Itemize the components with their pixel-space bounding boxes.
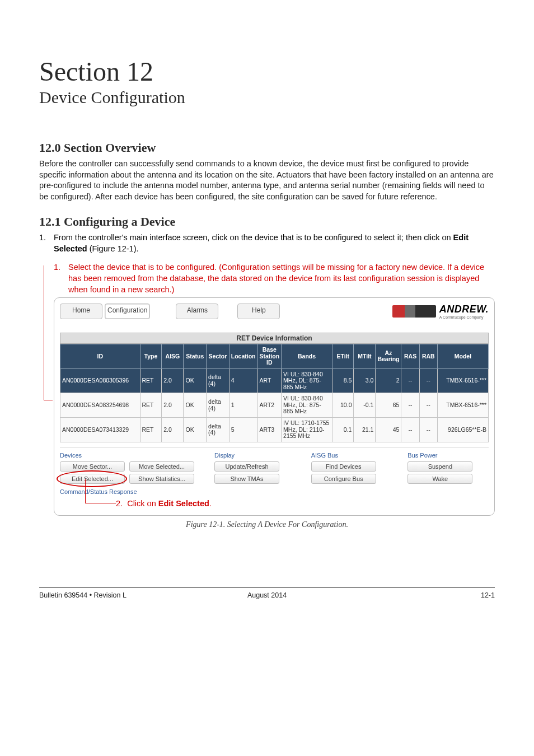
col-az-bearing[interactable]: Az Bearing (376, 344, 401, 369)
cell-sector: delta (4) (207, 393, 229, 418)
display-title: Display (214, 452, 296, 459)
cell-aisg: 2.0 (162, 417, 184, 442)
devices-title: Devices (60, 452, 199, 459)
cell-bearing: 2 (376, 368, 401, 393)
show-statistics-button[interactable]: Show Statistics... (129, 474, 194, 484)
display-panel: Display Update/Refresh Show TMAs (214, 452, 296, 485)
col-base-station-id[interactable]: Base Station ID (257, 344, 282, 369)
overview-text: Before the controller can successfully s… (39, 158, 495, 202)
annotation-2-text-bold: Edit Selected (158, 499, 209, 508)
cell-rab: -- (419, 417, 437, 442)
tab-bar: Home Configuration Alarms Help ANDREW. A… (60, 304, 489, 319)
cell-mtilt: 21.1 (354, 417, 376, 442)
annotation-2-number: 2. (116, 499, 123, 508)
step-1-text: From the controller's main interface scr… (54, 232, 495, 254)
bus-power-title: Bus Power (407, 452, 489, 459)
find-devices-button[interactable]: Find Devices (311, 461, 376, 472)
brand-logo-icon (392, 305, 436, 318)
cell-ras: -- (401, 417, 419, 442)
footer-left: Bulletin 639544 • Revision L (39, 591, 191, 599)
annotation-1-connector (44, 265, 53, 400)
tab-configuration[interactable]: Configuration (105, 304, 150, 319)
cell-bearing: 45 (376, 417, 401, 442)
cell-type: RET (140, 393, 162, 418)
figure-caption: Figure 12-1. Selecting A Device For Conf… (39, 520, 495, 529)
cell-model: 926LG65**E-B (437, 417, 488, 442)
app-screenshot: Home Configuration Alarms Help ANDREW. A… (54, 297, 495, 516)
step-1-text-a: From the controller's main interface scr… (54, 233, 453, 242)
cell-etilt: 10.0 (332, 393, 354, 418)
cell-base: ART (257, 368, 282, 393)
cell-sector: delta (4) (207, 417, 229, 442)
section-title: Device Configuration (39, 88, 495, 107)
cell-rab: -- (419, 393, 437, 418)
cell-sector: delta (4) (207, 368, 229, 393)
col-mtilt[interactable]: MTilt (354, 344, 376, 369)
ret-panel-title: RET Device Information (60, 333, 489, 344)
footer-right: 12-1 (343, 591, 495, 599)
col-bands[interactable]: Bands (282, 344, 332, 369)
wake-button[interactable]: Wake (407, 474, 472, 484)
step-1-number: 1. (39, 232, 54, 254)
section-number: Section 12 (39, 56, 495, 87)
annotation-2: 2. Click on Edit Selected. (116, 499, 212, 508)
col-ras[interactable]: RAS (401, 344, 419, 369)
table-row[interactable]: AN0000DESA073413329 RET 2.0 OK delta (4)… (60, 417, 489, 442)
configure-bus-button[interactable]: Configure Bus (311, 474, 376, 484)
col-location[interactable]: Location (229, 344, 257, 369)
annotation-2-text-b: . (209, 499, 212, 508)
tab-home[interactable]: Home (60, 304, 102, 319)
devices-panel: Devices Move Sector... Move Selected... … (60, 452, 199, 485)
tab-help[interactable]: Help (237, 304, 280, 319)
col-model[interactable]: Model (437, 344, 488, 369)
brand-name: ANDREW. (439, 304, 489, 315)
cell-aisg: 2.0 (162, 393, 184, 418)
col-rab[interactable]: RAB (419, 344, 437, 369)
divider (60, 447, 489, 447)
cell-status: OK (184, 393, 207, 418)
cell-base: ART3 (257, 417, 282, 442)
update-refresh-button[interactable]: Update/Refresh (214, 461, 279, 472)
brand-subtitle: A CommScope Company (439, 315, 489, 319)
cell-rab: -- (419, 368, 437, 393)
annotation-1: 1. Select the device that is to be confi… (54, 262, 495, 295)
suspend-button[interactable]: Suspend (407, 461, 472, 472)
cell-ras: -- (401, 368, 419, 393)
col-id[interactable]: ID (60, 344, 140, 369)
table-row[interactable]: AN0000DESA083254698 RET 2.0 OK delta (4)… (60, 393, 489, 418)
cell-bands: VI UL: 830-840 MHz, DL: 875-885 MHz (282, 393, 332, 418)
cell-mtilt: -0.1 (354, 393, 376, 418)
cell-status: OK (184, 417, 207, 442)
col-aisg[interactable]: AISG (162, 344, 184, 369)
cell-status: OK (184, 368, 207, 393)
annotation-2-text-a: Click on (127, 499, 158, 508)
cell-id: AN0000DESA083254698 (60, 393, 140, 418)
col-status[interactable]: Status (184, 344, 207, 369)
aisg-bus-panel: AISG Bus Find Devices Configure Bus (311, 452, 392, 485)
move-selected-button[interactable]: Move Selected... (129, 461, 194, 472)
table-header-row: ID Type AISG Status Sector Location Base… (60, 344, 489, 369)
cell-mtilt: 3.0 (354, 368, 376, 393)
cell-model: TMBX-6516-*** (437, 393, 488, 418)
cell-aisg: 2.0 (162, 368, 184, 393)
move-sector-button[interactable]: Move Sector... (60, 461, 125, 472)
configuring-heading: 12.1 Configuring a Device (39, 214, 495, 229)
aisg-bus-title: AISG Bus (311, 452, 392, 459)
table-row[interactable]: AN0000DESA080305396 RET 2.0 OK delta (4)… (60, 368, 489, 393)
col-etilt[interactable]: ETilt (332, 344, 354, 369)
cell-etilt: 0.1 (332, 417, 354, 442)
step-1: 1. From the controller's main interface … (39, 232, 495, 254)
bus-power-panel: Bus Power Suspend Wake (407, 452, 489, 485)
col-type[interactable]: Type (140, 344, 162, 369)
command-status-title: Command/Status Response (60, 488, 489, 495)
cell-id: AN0000DESA080305396 (60, 368, 140, 393)
cell-bands: VI UL: 830-840 MHz, DL: 875-885 MHz (282, 368, 332, 393)
cell-type: RET (140, 368, 162, 393)
show-tma-button[interactable]: Show TMAs (214, 474, 279, 484)
step-1-text-b: (Figure 12-1). (87, 244, 139, 253)
cell-id: AN0000DESA073413329 (60, 417, 140, 442)
cell-bands: IV UL: 1710-1755 MHz, DL: 2110-2155 MHz (282, 417, 332, 442)
col-sector[interactable]: Sector (207, 344, 229, 369)
tab-alarms[interactable]: Alarms (176, 304, 218, 319)
footer-rule (39, 587, 495, 588)
